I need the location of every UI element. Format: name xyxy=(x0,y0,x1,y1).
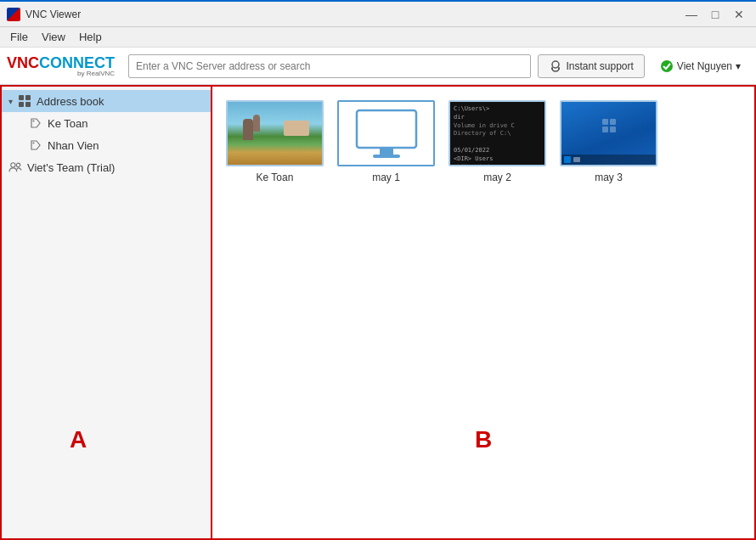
sidebar-wrapper: ▾ Address book Ke Toan xyxy=(2,87,212,538)
user-name: Viet Nguyen xyxy=(677,60,732,72)
checkmark-icon xyxy=(660,59,674,73)
svg-rect-10 xyxy=(373,155,400,158)
toolbar: VNCCONNECT by RealVNC Instant support Vi… xyxy=(0,48,756,85)
maximize-button[interactable]: □ xyxy=(705,6,725,23)
thumb-box-may-1 xyxy=(337,100,435,166)
grid-icon-container xyxy=(18,94,31,108)
thumbnails-grid: Ke Toan may 1 xyxy=(226,100,741,183)
search-input[interactable] xyxy=(128,54,531,78)
svg-point-3 xyxy=(661,60,673,72)
sidebar: ▾ Address book Ke Toan xyxy=(2,87,212,538)
app-icon xyxy=(7,8,20,21)
thumb-label-may-3: may 3 xyxy=(595,172,623,183)
grid-icon xyxy=(19,95,31,107)
main-area: ▾ Address book Ke Toan xyxy=(0,85,756,540)
vnc-text: VNC xyxy=(7,54,39,71)
nhan-vien-label: Nhan Vien xyxy=(48,139,99,152)
thumbnail-may-3[interactable]: may 3 xyxy=(560,100,657,183)
svg-point-4 xyxy=(33,121,35,122)
user-button[interactable]: Viet Nguyen ▾ xyxy=(652,54,749,78)
content-area: Ke Toan may 1 xyxy=(212,87,754,538)
monitor-svg xyxy=(353,106,420,161)
by-realvnc: by RealVNC xyxy=(7,70,115,77)
svg-point-6 xyxy=(11,163,15,167)
instant-support-button[interactable]: Instant support xyxy=(538,54,644,78)
svg-point-0 xyxy=(552,61,559,68)
thumbnail-may-2[interactable]: C:\Users\> dir Volume in drive C Directo… xyxy=(449,100,546,183)
svg-point-5 xyxy=(33,143,35,144)
thumb-label-may-2: may 2 xyxy=(483,172,511,183)
title-bar: VNC Viewer — □ ✕ xyxy=(0,0,756,27)
team-label: Viet's Team (Trial) xyxy=(27,161,115,174)
ke-toan-label: Ke Toan xyxy=(48,117,87,130)
window-title: VNC Viewer xyxy=(25,8,681,20)
tag-icon-ketoan xyxy=(29,116,42,130)
team-icon xyxy=(8,160,22,174)
close-button[interactable]: ✕ xyxy=(729,6,749,23)
svg-point-7 xyxy=(16,163,20,166)
headset-icon xyxy=(549,59,562,73)
thumb-label-ke-toan: Ke Toan xyxy=(257,172,294,183)
thumb-box-may-3 xyxy=(560,100,657,166)
connect-text: CONNECT xyxy=(39,54,115,71)
vnc-logo: VNCCONNECT xyxy=(7,55,115,70)
thumb-label-may-1: may 1 xyxy=(372,172,400,183)
menu-bar: File View Help xyxy=(0,27,756,48)
sidebar-item-ke-toan[interactable]: Ke Toan xyxy=(2,112,211,134)
section-label-a: A xyxy=(70,426,87,453)
dropdown-arrow: ▾ xyxy=(736,60,741,72)
sidebar-item-nhan-vien[interactable]: Nhan Vien xyxy=(2,134,211,156)
thumbnail-may-1[interactable]: may 1 xyxy=(337,100,435,183)
thumb-box-may-2: C:\Users\> dir Volume in drive C Directo… xyxy=(449,100,546,166)
section-label-b: B xyxy=(475,426,492,453)
svg-rect-9 xyxy=(380,148,393,155)
logo-area: VNCCONNECT by RealVNC xyxy=(7,55,115,77)
instant-support-label: Instant support xyxy=(566,60,633,72)
address-book-label: Address book xyxy=(37,95,104,108)
menu-view[interactable]: View xyxy=(35,29,72,45)
thumb-box-ke-toan xyxy=(226,100,324,166)
thumbnail-ke-toan[interactable]: Ke Toan xyxy=(226,100,324,183)
expand-icon: ▾ xyxy=(8,97,13,106)
menu-file[interactable]: File xyxy=(3,29,35,45)
svg-rect-8 xyxy=(357,110,416,148)
svg-rect-1 xyxy=(551,67,553,70)
tag-icon-nhanvien xyxy=(29,138,42,152)
sidebar-item-address-book[interactable]: ▾ Address book xyxy=(2,90,211,112)
menu-help[interactable]: Help xyxy=(72,29,109,45)
sidebar-item-team[interactable]: Viet's Team (Trial) xyxy=(2,156,211,178)
window-controls: — □ ✕ xyxy=(681,6,749,23)
svg-rect-2 xyxy=(558,67,560,70)
minimize-button[interactable]: — xyxy=(681,6,702,23)
